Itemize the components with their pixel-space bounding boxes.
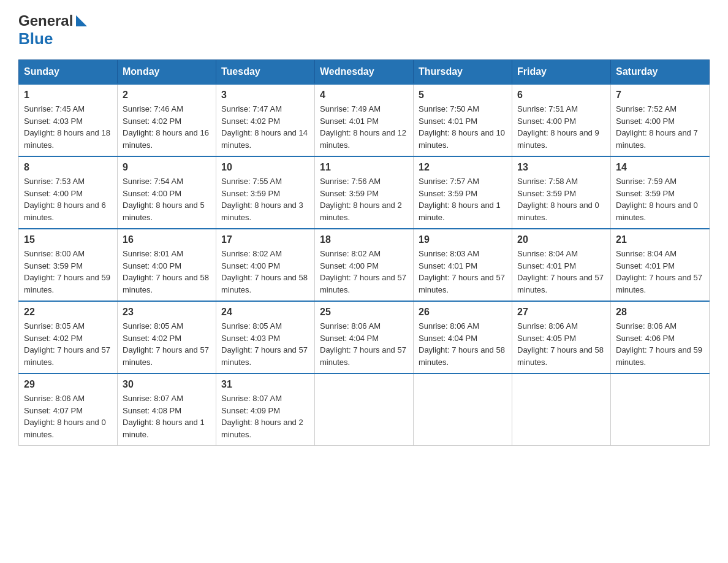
- day-info: Sunrise: 8:06 AMSunset: 4:07 PMDaylight:…: [24, 393, 112, 440]
- day-number: 31: [221, 379, 309, 390]
- day-cell: 3 Sunrise: 7:47 AMSunset: 4:02 PMDayligh…: [216, 84, 315, 156]
- day-info: Sunrise: 8:06 AMSunset: 4:04 PMDaylight:…: [320, 320, 408, 368]
- day-cell: 13 Sunrise: 7:58 AMSunset: 3:59 PMDaylig…: [512, 156, 611, 229]
- day-info: Sunrise: 8:04 AMSunset: 4:01 PMDaylight:…: [616, 248, 704, 296]
- day-cell: 18 Sunrise: 8:02 AMSunset: 4:00 PMDaylig…: [315, 229, 414, 301]
- day-cell: 31 Sunrise: 8:07 AMSunset: 4:09 PMDaylig…: [216, 373, 315, 446]
- logo-blue-text: Blue: [18, 29, 53, 48]
- calendar-table: SundayMondayTuesdayWednesdayThursdayFrid…: [18, 59, 710, 446]
- day-number: 2: [123, 90, 211, 101]
- day-cell: 19 Sunrise: 8:03 AMSunset: 4:01 PMDaylig…: [414, 229, 512, 301]
- day-info: Sunrise: 7:58 AMSunset: 3:59 PMDaylight:…: [517, 175, 605, 223]
- day-info: Sunrise: 8:04 AMSunset: 4:01 PMDaylight:…: [517, 248, 605, 296]
- day-cell: 11 Sunrise: 7:56 AMSunset: 3:59 PMDaylig…: [315, 156, 414, 229]
- day-info: Sunrise: 8:01 AMSunset: 4:00 PMDaylight:…: [123, 248, 211, 296]
- day-cell: 7 Sunrise: 7:52 AMSunset: 4:00 PMDayligh…: [611, 84, 710, 156]
- day-info: Sunrise: 7:56 AMSunset: 3:59 PMDaylight:…: [320, 175, 408, 223]
- day-info: Sunrise: 8:03 AMSunset: 4:01 PMDaylight:…: [419, 248, 507, 296]
- day-info: Sunrise: 8:06 AMSunset: 4:06 PMDaylight:…: [616, 320, 704, 368]
- day-number: 7: [616, 90, 704, 101]
- page-header: General Blue: [18, 12, 710, 48]
- day-number: 24: [221, 307, 309, 318]
- day-number: 23: [123, 307, 211, 318]
- day-cell: 5 Sunrise: 7:50 AMSunset: 4:01 PMDayligh…: [414, 84, 512, 156]
- day-cell: 10 Sunrise: 7:55 AMSunset: 3:59 PMDaylig…: [216, 156, 315, 229]
- day-info: Sunrise: 8:05 AMSunset: 4:02 PMDaylight:…: [24, 320, 112, 368]
- day-info: Sunrise: 8:05 AMSunset: 4:03 PMDaylight:…: [221, 320, 309, 368]
- day-info: Sunrise: 8:07 AMSunset: 4:09 PMDaylight:…: [221, 393, 309, 440]
- day-info: Sunrise: 8:02 AMSunset: 4:00 PMDaylight:…: [320, 248, 408, 296]
- day-info: Sunrise: 7:57 AMSunset: 3:59 PMDaylight:…: [419, 175, 507, 223]
- day-number: 19: [419, 234, 507, 245]
- logo-general-text: General: [18, 12, 73, 29]
- day-number: 5: [419, 90, 507, 101]
- day-info: Sunrise: 7:51 AMSunset: 4:00 PMDaylight:…: [517, 103, 605, 151]
- day-number: 27: [517, 307, 605, 318]
- day-info: Sunrise: 8:00 AMSunset: 3:59 PMDaylight:…: [24, 248, 112, 296]
- day-number: 4: [320, 90, 408, 101]
- day-cell: 2 Sunrise: 7:46 AMSunset: 4:02 PMDayligh…: [118, 84, 216, 156]
- day-number: 26: [419, 307, 507, 318]
- day-header-row: SundayMondayTuesdayWednesdayThursdayFrid…: [19, 60, 710, 85]
- day-header-sunday: Sunday: [19, 60, 118, 85]
- day-number: 17: [221, 234, 309, 245]
- day-number: 29: [24, 379, 112, 390]
- day-cell: [512, 373, 611, 446]
- day-cell: 20 Sunrise: 8:04 AMSunset: 4:01 PMDaylig…: [512, 229, 611, 301]
- day-cell: 27 Sunrise: 8:06 AMSunset: 4:05 PMDaylig…: [512, 301, 611, 373]
- day-cell: 30 Sunrise: 8:07 AMSunset: 4:08 PMDaylig…: [118, 373, 216, 446]
- day-cell: [414, 373, 512, 446]
- day-number: 30: [123, 379, 211, 390]
- day-number: 15: [24, 234, 112, 245]
- day-info: Sunrise: 7:46 AMSunset: 4:02 PMDaylight:…: [123, 103, 211, 151]
- day-cell: 14 Sunrise: 7:59 AMSunset: 3:59 PMDaylig…: [611, 156, 710, 229]
- day-info: Sunrise: 8:05 AMSunset: 4:02 PMDaylight:…: [123, 320, 211, 368]
- day-number: 10: [221, 162, 309, 173]
- day-cell: 26 Sunrise: 8:06 AMSunset: 4:04 PMDaylig…: [414, 301, 512, 373]
- week-row-1: 1 Sunrise: 7:45 AMSunset: 4:03 PMDayligh…: [19, 84, 710, 156]
- day-cell: 22 Sunrise: 8:05 AMSunset: 4:02 PMDaylig…: [19, 301, 118, 373]
- logo: General Blue: [18, 12, 87, 48]
- day-cell: 17 Sunrise: 8:02 AMSunset: 4:00 PMDaylig…: [216, 229, 315, 301]
- day-info: Sunrise: 7:54 AMSunset: 4:00 PMDaylight:…: [123, 175, 211, 223]
- day-header-saturday: Saturday: [611, 60, 710, 85]
- day-cell: 24 Sunrise: 8:05 AMSunset: 4:03 PMDaylig…: [216, 301, 315, 373]
- day-cell: 9 Sunrise: 7:54 AMSunset: 4:00 PMDayligh…: [118, 156, 216, 229]
- day-info: Sunrise: 8:07 AMSunset: 4:08 PMDaylight:…: [123, 393, 211, 440]
- day-cell: 15 Sunrise: 8:00 AMSunset: 3:59 PMDaylig…: [19, 229, 118, 301]
- calendar-body: 1 Sunrise: 7:45 AMSunset: 4:03 PMDayligh…: [19, 84, 710, 446]
- day-cell: 6 Sunrise: 7:51 AMSunset: 4:00 PMDayligh…: [512, 84, 611, 156]
- day-cell: 8 Sunrise: 7:53 AMSunset: 4:00 PMDayligh…: [19, 156, 118, 229]
- day-number: 3: [221, 90, 309, 101]
- day-number: 9: [123, 162, 211, 173]
- day-info: Sunrise: 7:45 AMSunset: 4:03 PMDaylight:…: [24, 103, 112, 151]
- day-info: Sunrise: 7:50 AMSunset: 4:01 PMDaylight:…: [419, 103, 507, 151]
- day-number: 6: [517, 90, 605, 101]
- calendar-header: SundayMondayTuesdayWednesdayThursdayFrid…: [19, 60, 710, 85]
- day-info: Sunrise: 7:49 AMSunset: 4:01 PMDaylight:…: [320, 103, 408, 151]
- logo-arrow-icon: [76, 15, 87, 26]
- day-cell: 23 Sunrise: 8:05 AMSunset: 4:02 PMDaylig…: [118, 301, 216, 373]
- day-number: 16: [123, 234, 211, 245]
- day-header-monday: Monday: [118, 60, 216, 85]
- day-info: Sunrise: 8:02 AMSunset: 4:00 PMDaylight:…: [221, 248, 309, 296]
- day-number: 8: [24, 162, 112, 173]
- day-cell: [611, 373, 710, 446]
- day-number: 18: [320, 234, 408, 245]
- day-cell: 16 Sunrise: 8:01 AMSunset: 4:00 PMDaylig…: [118, 229, 216, 301]
- day-info: Sunrise: 7:55 AMSunset: 3:59 PMDaylight:…: [221, 175, 309, 223]
- day-number: 1: [24, 90, 112, 101]
- day-info: Sunrise: 7:47 AMSunset: 4:02 PMDaylight:…: [221, 103, 309, 151]
- day-cell: [315, 373, 414, 446]
- week-row-5: 29 Sunrise: 8:06 AMSunset: 4:07 PMDaylig…: [19, 373, 710, 446]
- day-cell: 25 Sunrise: 8:06 AMSunset: 4:04 PMDaylig…: [315, 301, 414, 373]
- day-number: 13: [517, 162, 605, 173]
- day-cell: 1 Sunrise: 7:45 AMSunset: 4:03 PMDayligh…: [19, 84, 118, 156]
- day-cell: 4 Sunrise: 7:49 AMSunset: 4:01 PMDayligh…: [315, 84, 414, 156]
- day-info: Sunrise: 7:52 AMSunset: 4:00 PMDaylight:…: [616, 103, 704, 151]
- day-info: Sunrise: 8:06 AMSunset: 4:05 PMDaylight:…: [517, 320, 605, 368]
- day-info: Sunrise: 7:59 AMSunset: 3:59 PMDaylight:…: [616, 175, 704, 223]
- day-header-wednesday: Wednesday: [315, 60, 414, 85]
- day-number: 22: [24, 307, 112, 318]
- day-cell: 21 Sunrise: 8:04 AMSunset: 4:01 PMDaylig…: [611, 229, 710, 301]
